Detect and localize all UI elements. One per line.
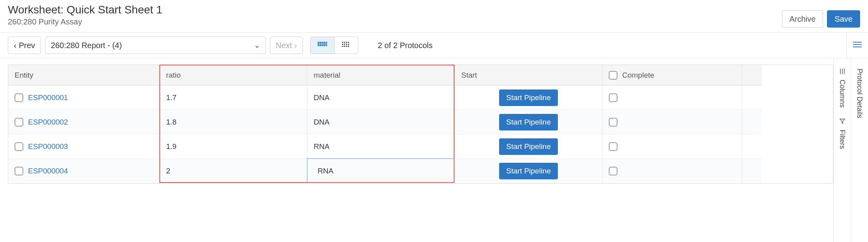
svg-rect-25 [346,46,347,47]
cell-start: Start Pipeline [455,110,602,134]
cell-ratio[interactable]: 1.7 [160,86,307,110]
cell-material[interactable]: DNA [307,110,455,134]
table-row: ESP000002 [8,110,159,134]
page-subtitle: 260:280 Purity Assay [8,17,163,26]
filters-tab[interactable]: Filters [838,113,846,155]
complete-checkbox[interactable] [609,142,617,151]
cell-complete [602,159,742,183]
cell-start: Start Pipeline [455,86,602,110]
svg-rect-3 [324,42,325,43]
cell-complete [602,110,742,134]
toolbar: ‹ Prev 260:280 Report - (4) ⌄ Next › [0,32,868,58]
header-ratio[interactable]: ratio [160,65,307,86]
complete-checkbox[interactable] [609,93,617,102]
protocol-select[interactable]: 260:280 Report - (4) ⌄ [45,37,266,54]
table-row: ESP000003 [8,134,159,159]
view-toggle [310,37,358,54]
svg-rect-14 [326,45,327,46]
col-spacer [742,65,762,183]
entity-link[interactable]: ESP000003 [28,142,68,151]
chevron-down-icon: ⌄ [254,41,260,50]
col-complete: Complete [602,65,742,183]
menu-icon[interactable] [853,42,862,49]
row-checkbox[interactable] [15,118,23,127]
archive-button[interactable]: Archive [782,10,823,28]
filters-tab-label: Filters [838,130,846,149]
header-actions: Archive Save [782,3,860,28]
list-view-button[interactable] [334,37,358,54]
svg-rect-5 [318,43,319,45]
cell-ratio[interactable]: 1.8 [160,110,307,134]
start-pipeline-button[interactable]: Start Pipeline [499,138,558,155]
prev-label: Prev [19,41,35,50]
chevron-right-icon: › [294,41,297,49]
svg-rect-17 [346,42,347,43]
svg-rect-8 [324,43,325,45]
svg-rect-6 [320,43,321,45]
cell-complete [602,134,742,159]
row-checkbox[interactable] [15,93,23,102]
svg-rect-23 [342,46,343,47]
svg-rect-11 [320,45,321,46]
protocol-count: 2 of 2 Protocols [378,41,433,50]
svg-rect-0 [318,42,319,43]
svg-rect-20 [344,44,345,45]
header-start[interactable]: Start [455,65,602,86]
cell-material[interactable]: RNA [307,134,455,159]
side-rail-inner: Columns Filters [833,58,851,242]
protocol-details-tab[interactable]: Protocol Details [855,63,864,124]
entity-link[interactable]: ESP000001 [28,93,68,102]
title-block: Worksheet: Quick Start Sheet 1 260:280 P… [8,3,163,26]
svg-rect-15 [342,42,343,43]
svg-rect-7 [322,43,323,45]
cell-ratio[interactable]: 1.9 [160,134,307,159]
select-all-complete-checkbox[interactable] [609,71,617,80]
svg-rect-4 [326,42,327,43]
start-pipeline-button[interactable]: Start Pipeline [499,163,558,179]
list-icon [342,42,350,49]
grid-icon [318,42,327,49]
row-checkbox[interactable] [15,167,23,175]
row-checkbox[interactable] [15,142,23,151]
svg-rect-24 [344,46,345,47]
svg-rect-16 [344,42,345,43]
header-spacer [742,65,762,86]
cell-material[interactable]: DNA [307,86,455,110]
col-ratio: ratio 1.7 1.8 1.9 2 [160,65,307,183]
start-pipeline-button[interactable]: Start Pipeline [499,89,558,106]
header-material[interactable]: material [307,65,455,86]
svg-rect-13 [324,45,325,46]
columns-tab[interactable]: Columns [838,63,846,113]
cell-start: Start Pipeline [455,159,602,183]
complete-checkbox[interactable] [609,118,617,127]
cell-material[interactable]: RNA [307,159,455,183]
complete-checkbox[interactable] [609,167,617,175]
start-pipeline-button[interactable]: Start Pipeline [499,114,558,130]
filter-icon [840,119,845,126]
cell-start: Start Pipeline [455,134,602,159]
svg-rect-19 [342,44,343,45]
side-rail-outer: Protocol Details [851,58,868,242]
save-button[interactable]: Save [827,10,860,28]
columns-tab-label: Columns [838,80,846,108]
col-material: material DNA DNA RNA RNA [307,65,455,183]
toolbar-right [846,33,868,58]
grid-view-button[interactable] [311,37,334,54]
svg-rect-22 [348,44,349,45]
col-entity: Entity ESP000001 ESP000002 ESP000003 [8,65,160,183]
table-row: ESP000001 [8,86,159,110]
svg-rect-9 [326,43,327,45]
next-button[interactable]: Next › [270,37,303,54]
prev-button[interactable]: ‹ Prev [8,37,41,54]
svg-rect-1 [320,42,321,43]
svg-rect-2 [322,42,323,43]
header-entity[interactable]: Entity [8,65,159,86]
entity-link[interactable]: ESP000004 [28,167,68,175]
header-complete[interactable]: Complete [602,65,742,86]
entity-link[interactable]: ESP000002 [28,118,68,127]
col-start: Start Start Pipeline Start Pipeline Star… [455,65,602,183]
data-grid: Entity ESP000001 ESP000002 ESP000003 [8,65,833,184]
svg-rect-18 [348,42,349,43]
cell-ratio[interactable]: 2 [160,159,307,183]
svg-rect-12 [322,45,323,46]
